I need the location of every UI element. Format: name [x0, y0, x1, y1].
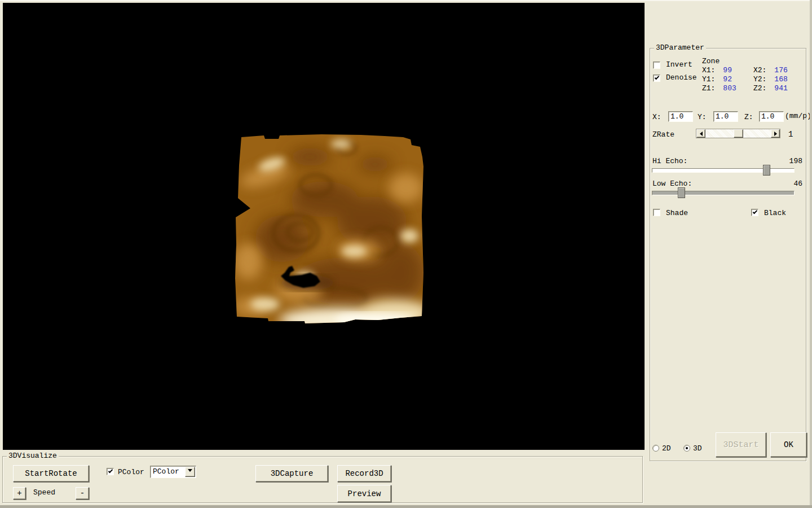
low-echo-value: 46 — [779, 180, 802, 188]
shade-checkbox[interactable] — [653, 209, 660, 216]
pcolor-label: PColor — [118, 468, 144, 476]
speed-label: Speed — [33, 489, 55, 497]
invert-label: Invert — [666, 61, 692, 69]
black-checkbox[interactable] — [751, 209, 758, 216]
zone-row-z: Z1: 803 Z2: 941 — [702, 84, 805, 93]
zrate-scroll-right-button[interactable] — [771, 129, 780, 138]
shade-label: Shade — [666, 209, 688, 217]
y1-label: Y1: — [702, 75, 723, 84]
hi-echo-label: Hi Echo: — [652, 157, 687, 165]
zrate-label: ZRate — [652, 131, 674, 139]
render-viewport[interactable] — [3, 3, 645, 450]
denoise-checkbox[interactable] — [653, 75, 660, 82]
zrate-value: 1 — [788, 130, 793, 138]
black-label: Black — [764, 209, 786, 217]
y1-value: 92 — [723, 75, 753, 84]
scale-unit-label: (mm/p) — [785, 112, 811, 120]
zone-values: X1: 99 X2: 176 Y1: 92 Y2: 168 Z1: 803 Z2… — [702, 66, 805, 93]
start-3d-button[interactable]: 3DStart — [716, 432, 766, 457]
z-scale-label: Z: — [744, 113, 753, 121]
dropdown-arrow-button[interactable] — [185, 467, 195, 477]
check-icon — [753, 209, 757, 214]
chevron-down-icon — [188, 469, 192, 474]
visualize-groupbox: 3DVisualize StartRotate PColor PColor + … — [2, 456, 643, 503]
low-echo-label: Low Echo: — [652, 180, 692, 188]
hi-echo-slider-track[interactable] — [652, 168, 795, 173]
pcolor-dropdown-value: PColor — [153, 467, 179, 476]
visualize-group-title: 3DVisualize — [7, 452, 59, 460]
radio-dot-icon — [686, 447, 688, 449]
denoise-label: Denoise — [666, 74, 697, 82]
speed-minus-button[interactable]: - — [76, 487, 89, 500]
invert-checkbox[interactable] — [653, 62, 660, 69]
record-3d-button[interactable]: Record3D — [337, 465, 391, 482]
mode-2d-radio[interactable] — [652, 445, 659, 452]
zrate-scrollbar-thumb[interactable] — [734, 129, 743, 138]
low-echo-slider-thumb[interactable] — [678, 187, 685, 198]
pcolor-dropdown[interactable]: PColor — [150, 466, 196, 478]
zone-row-x: X1: 99 X2: 176 — [702, 66, 805, 75]
y-scale-input[interactable] — [713, 111, 738, 122]
low-echo-slider-track[interactable] — [652, 191, 795, 195]
capture-3d-button[interactable]: 3DCapture — [255, 465, 328, 482]
speed-plus-button[interactable]: + — [13, 487, 26, 500]
zone-row-y: Y1: 92 Y2: 168 — [702, 75, 805, 84]
x-scale-input[interactable] — [668, 111, 693, 122]
window-frame-top — [0, 0, 812, 1]
preview-button[interactable]: Preview — [337, 485, 391, 502]
x2-value: 176 — [774, 66, 805, 75]
parameter-group-title: 3DParameter — [654, 43, 706, 52]
x2-label: X2: — [753, 66, 774, 75]
y-scale-label: Y: — [698, 113, 707, 121]
y2-value: 168 — [774, 75, 805, 84]
pcolor-checkbox[interactable] — [107, 468, 114, 475]
z1-value: 803 — [723, 84, 753, 93]
z2-value: 941 — [774, 84, 805, 93]
arrow-right-icon — [774, 132, 779, 136]
x1-label: X1: — [702, 66, 723, 75]
z2-label: Z2: — [753, 84, 774, 93]
x-scale-label: X: — [652, 113, 661, 121]
mode-2d-label: 2D — [662, 445, 671, 453]
zrate-scroll-left-button[interactable] — [696, 129, 705, 138]
zrate-scrollbar[interactable] — [696, 129, 780, 138]
zone-label: Zone — [702, 58, 720, 65]
window-frame-right — [810, 0, 812, 508]
start-rotate-button[interactable]: StartRotate — [13, 465, 89, 482]
x1-value: 99 — [723, 66, 753, 75]
ultrasound-3d-volume[interactable] — [231, 132, 429, 328]
z1-label: Z1: — [702, 84, 723, 93]
hi-echo-value: 198 — [779, 157, 802, 165]
parameter-groupbox: 3DParameter Invert Denoise Zone X1: 99 X… — [650, 48, 806, 461]
check-icon — [108, 468, 113, 473]
arrow-left-icon — [698, 132, 703, 136]
check-icon — [655, 75, 659, 80]
hi-echo-slider-thumb[interactable] — [763, 165, 770, 176]
mode-3d-label: 3D — [693, 445, 702, 453]
mode-3d-radio[interactable] — [683, 445, 690, 452]
ok-button[interactable]: OK — [770, 432, 807, 457]
window-frame-bottom — [0, 505, 812, 508]
z-scale-input[interactable] — [759, 111, 784, 122]
y2-label: Y2: — [753, 75, 774, 84]
